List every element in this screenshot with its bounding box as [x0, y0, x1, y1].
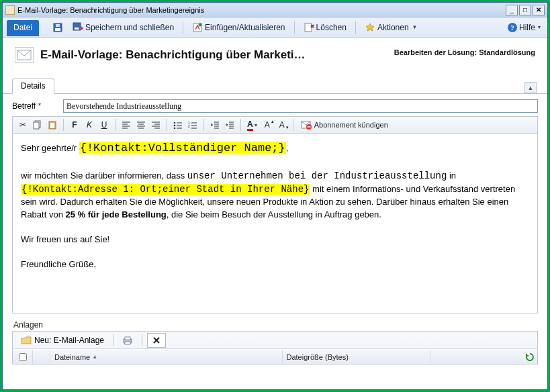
svg-rect-7 [305, 23, 312, 32]
align-right-button[interactable] [150, 119, 162, 131]
attachments-panel: Neu: E-Mail-Anlage Dateiname ▲ [12, 331, 538, 364]
bold-button[interactable]: F [68, 119, 81, 131]
tab-details[interactable]: Details [12, 79, 54, 94]
svg-point-17 [174, 128, 176, 129]
new-attachment-label: Neu: E-Mail-Anlage [34, 336, 104, 345]
scissors-icon: ✂ [19, 120, 26, 130]
email-body-editor[interactable]: Sehr geehrte/r {!Kontakt:Vollständiger N… [12, 134, 538, 313]
new-attachment-button[interactable]: Neu: E-Mail-Anlage [17, 333, 108, 348]
subject-row: Betreff * [12, 99, 538, 113]
record-title: E-Mail-Vorlage: Benachrichtigung über Ma… [40, 48, 306, 62]
folder-new-icon [21, 335, 32, 346]
record-header: E-Mail-Vorlage: Benachrichtigung über Ma… [3, 38, 547, 70]
svg-rect-2 [56, 24, 60, 27]
star-icon [365, 22, 375, 33]
svg-point-16 [174, 125, 176, 127]
col-icon[interactable] [33, 350, 50, 364]
merge-field-contact-city: {!Kontakt:Adresse 1: Ort;einer Stadt in … [21, 184, 310, 195]
align-left-button[interactable] [120, 119, 132, 131]
svg-point-15 [174, 122, 176, 124]
outdent-button[interactable] [209, 119, 221, 131]
save-button[interactable] [50, 20, 66, 35]
copy-button[interactable] [32, 119, 44, 131]
help-label: Hilfe [519, 23, 535, 32]
font-size-up-button[interactable]: A▴ [261, 119, 273, 131]
title-bar: E-Mail-Vorlage: Benachrichtigung über Ma… [3, 3, 547, 17]
attachments-label: Anlagen [13, 320, 538, 330]
chevron-down-icon: ▼ [412, 24, 418, 30]
col-checkbox[interactable] [13, 350, 33, 364]
save-close-icon [73, 22, 83, 33]
actions-label: Aktionen [377, 23, 409, 32]
unsubscribe-label: Abonnement kündigen [314, 121, 388, 129]
copy-icon [33, 120, 42, 130]
refresh-icon [525, 352, 535, 362]
scroll-up-button[interactable]: ▲ [524, 82, 537, 93]
align-center-button[interactable] [135, 119, 147, 131]
help-icon: ? [507, 22, 518, 33]
save-and-close-label: Speichern und schließen [85, 23, 174, 32]
bullet-list-button[interactable] [172, 119, 184, 131]
italic-button[interactable]: K [83, 119, 95, 131]
font-size-down-button[interactable]: A▾ [276, 119, 288, 131]
svg-text:2: 2 [188, 124, 190, 128]
unsubscribe-icon [301, 119, 312, 130]
clipboard-icon [48, 120, 57, 130]
richtext-toolbar: ✂ F K U 12 A▾ A▴ A▾ Abonnement kündi [12, 116, 538, 134]
save-and-close-button[interactable]: Speichern und schließen [70, 20, 177, 35]
delete-button[interactable]: Löschen [301, 20, 349, 35]
template-icon [15, 47, 34, 63]
close-button[interactable]: ✕ [533, 5, 545, 15]
delete-label: Löschen [316, 23, 347, 32]
svg-rect-4 [75, 28, 79, 30]
svg-rect-24 [125, 337, 130, 340]
subject-label: Betreff * [12, 101, 58, 111]
file-menu-label: Datei [13, 23, 32, 32]
indent-button[interactable] [224, 119, 236, 131]
chevron-down-icon: ▾ [538, 24, 541, 30]
save-icon [52, 22, 63, 33]
print-attachment-button[interactable] [118, 333, 137, 348]
select-all-checkbox[interactable] [19, 353, 27, 361]
col-spacer [430, 350, 522, 364]
tab-strip: Details ▲ [3, 70, 547, 94]
insert-update-label: Einfügen/Aktualisieren [205, 23, 285, 32]
col-filesize[interactable]: Dateigröße (Bytes) [283, 350, 431, 364]
actions-menu[interactable]: Aktionen ▼ [362, 20, 420, 35]
maximize-button[interactable]: □ [519, 5, 531, 15]
refresh-grid-button[interactable] [522, 352, 537, 362]
number-list-button[interactable]: 12 [187, 119, 199, 131]
insert-icon [192, 22, 203, 33]
delete-icon [304, 22, 314, 33]
cut-button[interactable]: ✂ [17, 119, 29, 131]
delete-attachment-button[interactable] [147, 333, 166, 348]
file-menu[interactable]: Datei [7, 20, 39, 36]
col-filename[interactable]: Dateiname ▲ [50, 350, 283, 364]
window-title: E-Mail-Vorlage: Benachrichtigung über Ma… [17, 6, 204, 14]
tab-details-label: Details [21, 81, 46, 91]
merge-field-contact-name: {!Kontakt:Vollständiger Name;} [79, 142, 286, 154]
underline-button[interactable]: U [98, 119, 110, 131]
svg-rect-22 [307, 126, 310, 128]
svg-rect-25 [125, 342, 130, 344]
ribbon-toolbar: Datei Speichern und schließen Einfügen/A… [3, 17, 547, 38]
svg-point-6 [199, 23, 202, 26]
svg-rect-14 [50, 123, 54, 128]
printer-icon [122, 335, 133, 346]
details-panel: Betreff * ✂ F K U 12 A▾ A▴ A▾ [3, 94, 547, 389]
attachments-toolbar: Neu: E-Mail-Anlage [13, 332, 537, 349]
paste-button[interactable] [46, 119, 58, 131]
insert-update-button[interactable]: Einfügen/Aktualisieren [189, 20, 287, 35]
subject-input[interactable] [63, 99, 538, 113]
solution-info: Bearbeiten der Lösung: Standardlösung [394, 48, 535, 56]
unsubscribe-button[interactable]: Abonnement kündigen [298, 119, 391, 130]
help-menu[interactable]: ? Hilfe ▾ [504, 21, 543, 34]
attachments-grid-header: Dateiname ▲ Dateigröße (Bytes) [13, 349, 537, 364]
svg-text:?: ? [510, 23, 514, 32]
delete-x-icon [151, 335, 162, 346]
font-color-button[interactable]: A▾ [246, 119, 259, 131]
sort-asc-icon: ▲ [92, 354, 97, 360]
svg-rect-1 [55, 28, 60, 31]
minimize-button[interactable]: _ [506, 5, 518, 15]
app-icon [5, 5, 15, 15]
